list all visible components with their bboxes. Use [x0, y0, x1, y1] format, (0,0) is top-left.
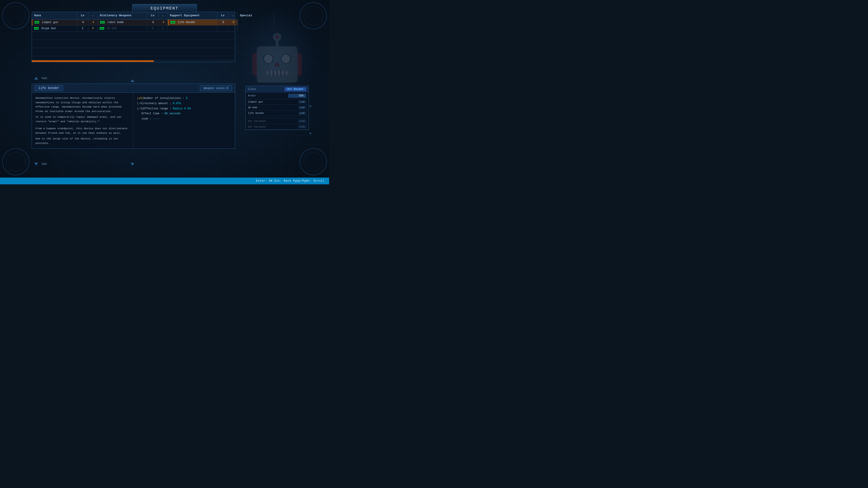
char-class-row: Class Air Raider [246, 86, 309, 93]
table-row-empty-2 [32, 40, 235, 48]
new-badge-stat-2: NEW [100, 27, 104, 30]
equip-slot-3[interactable]: life bender Lv0 [246, 110, 309, 116]
page-title: Equipment [151, 6, 179, 11]
pgup-icon [34, 77, 38, 79]
scroll-up-arrow[interactable] [130, 79, 135, 83]
armor-value: 500 [288, 94, 306, 98]
table-row[interactable]: NEW Snipe Gun 1 4 NEW ZE-GUN 0 5 [32, 26, 235, 32]
stat-line-5: zoom : ---- [137, 116, 231, 122]
equip-2-lv: Lv0 [298, 106, 306, 109]
scroll-down-icon [131, 163, 134, 166]
equip-1-lv: Lv0 [298, 100, 306, 103]
class-label: Class [248, 88, 256, 91]
scrollbar-fill [32, 60, 154, 62]
sup-item-2 [167, 26, 217, 31]
detail-stats: (★5)Number of installations : 3 (☆4)reco… [133, 93, 235, 149]
table-row-empty-3 [32, 48, 235, 56]
new-badge-2: NEW [34, 27, 39, 30]
col-sup-star: ☆ [228, 12, 238, 19]
pgdn-label[interactable]: PgDn [41, 163, 47, 165]
guns-lv-2: 1 [77, 26, 88, 31]
equipment-panel: Guns Lv ☆ Stationary Weapons Lv ☆ Suppor… [32, 12, 235, 62]
stat-lv-2: 0 [147, 26, 158, 31]
stat-line-3: (☆4)Effective range : Radius 9.5m [137, 106, 231, 111]
corner-decoration-br [300, 148, 327, 175]
equip-slot-2[interactable]: ZE-GUN Lv0 [246, 105, 309, 110]
equip-slot-5[interactable]: Not equipped Lv0 [246, 124, 309, 130]
detail-header: life bender Weapon Level:0 [32, 84, 235, 93]
equip-slot-4[interactable]: Not equipped Lv0 [246, 119, 309, 124]
equip-1-name: limpet gun [248, 101, 263, 103]
col-sup-lv: Lv [217, 12, 228, 19]
table-header: Guns Lv ☆ Stationary Weapons Lv ☆ Suppor… [32, 12, 235, 20]
sup-lv-1: 0 [218, 20, 229, 25]
sup-item-1[interactable]: NEW life bender [168, 20, 218, 25]
arrow-right-2: ▶ [310, 131, 312, 135]
detail-description: Nanomachine injection device. Automatica… [32, 93, 133, 149]
equip-4-name: Not equipped [248, 120, 266, 123]
scroll-up-icon [131, 79, 134, 82]
special-1 [238, 20, 274, 25]
stat-line-4: Effect time : 60 seconds [137, 111, 231, 116]
detail-item-name: life bender [35, 85, 63, 91]
col-special: Special [238, 12, 274, 19]
guns-item-2[interactable]: NEW Snipe Gun [32, 26, 77, 31]
hint-bar: Enter: OK Esc: Back PgUp/PgDn: Scroll [0, 177, 329, 184]
title-bar: Equipment [132, 4, 197, 13]
guns-star-2: 4 [88, 26, 97, 31]
equip-5-name: Not equipped [248, 125, 266, 128]
special-2 [238, 26, 274, 31]
new-badge-sup: NEW [170, 21, 175, 24]
pgdn-nav[interactable]: PgDn [33, 163, 47, 165]
character-panel: Class Air Raider Armor 500 limpet gun Lv… [246, 86, 309, 130]
scrollbar[interactable] [32, 60, 235, 62]
table-row[interactable]: NEW limpet gun 0 4 NEW robot bomb 0 4 NE… [32, 20, 235, 26]
equip-2-name: ZE-GUN [248, 106, 257, 109]
pgup-label[interactable]: PgUp [41, 77, 47, 79]
guns-item-1[interactable]: NEW limpet gun [32, 20, 78, 25]
col-guns-lv: Lv [77, 12, 88, 19]
stat-star-2: 5 [158, 26, 167, 31]
new-badge: NEW [35, 21, 39, 24]
equip-3-lv: Lv0 [298, 111, 306, 115]
sup-lv-2 [217, 26, 228, 31]
stat-item-2[interactable]: NEW ZE-GUN [97, 26, 147, 31]
scroll-down-arrow[interactable] [130, 163, 135, 167]
sup-star-2 [228, 26, 238, 31]
stat-item-1[interactable]: NEW robot bomb [98, 20, 148, 25]
equip-4-lv: Lv0 [298, 120, 306, 123]
char-armor-row: Armor 500 [246, 93, 309, 99]
col-stationary: Stationary Weapons [97, 12, 147, 19]
arrow-right-1: ▶ [310, 104, 312, 108]
equip-5-lv: Lv0 [298, 125, 306, 128]
equip-slot-1[interactable]: limpet gun Lv0 [246, 99, 309, 105]
armor-label: Armor [248, 94, 256, 97]
pgdn-icon [34, 163, 38, 165]
guns-lv-1: 0 [78, 20, 89, 25]
corner-decoration-bl [2, 148, 29, 175]
stat-line-2: (☆4)recovery amount : 0.076 [137, 101, 231, 106]
sup-star-1: 5 [229, 20, 238, 25]
stat-star-1: 4 [159, 20, 168, 25]
stat-line-1: (★5)Number of installations : 3 [137, 96, 231, 101]
detail-panel: life bender Weapon Level:0 Nanomachine i… [32, 84, 235, 149]
table-body: NEW limpet gun 0 4 NEW robot bomb 0 4 NE… [32, 20, 235, 60]
weapon-level: Weapon Level:0 [200, 86, 232, 91]
col-stat-star: ☆ [158, 12, 167, 19]
stat-lv-1: 0 [148, 20, 159, 25]
hint-text: Enter: OK Esc: Back PgUp/PgDn: Scroll [256, 180, 324, 183]
class-value: Air Raider [285, 87, 306, 91]
detail-body: Nanomachine injection device. Automatica… [32, 93, 235, 149]
new-badge-stat: NEW [100, 21, 105, 24]
col-guns: Guns [32, 12, 77, 19]
col-guns-star: ☆ [88, 12, 97, 19]
pgup-nav[interactable]: PgUp [33, 77, 47, 79]
equip-3-name: life bender [248, 112, 265, 115]
table-row-empty-1 [32, 32, 235, 40]
equip-spacer [246, 116, 309, 119]
col-support: Support Equipment [167, 12, 217, 19]
col-stat-lv: Lv [147, 12, 158, 19]
corner-decoration-tl [2, 2, 29, 29]
guns-star-1: 4 [89, 20, 98, 25]
